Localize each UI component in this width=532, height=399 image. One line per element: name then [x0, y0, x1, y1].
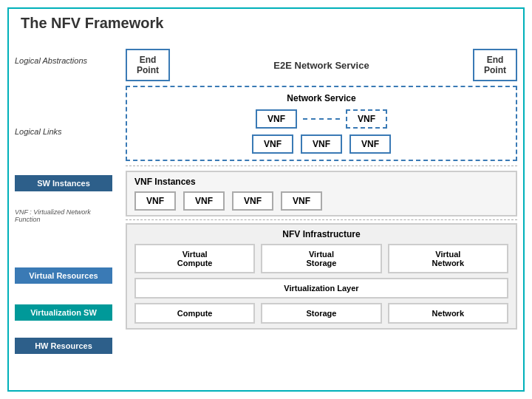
virtual-network: VirtualNetwork: [388, 244, 508, 273]
layout-area: Logical Abstractions Logical Links SW In…: [9, 46, 523, 390]
virtual-storage: VirtualStorage: [261, 244, 381, 273]
vnf-box-2: VNF: [346, 109, 387, 129]
network-service-box: Network Service VNF VNF VNF VNF VNF: [126, 86, 517, 161]
vnf-inst-1: VNF: [134, 191, 176, 211]
page-title: The NFV Framework: [21, 15, 163, 32]
vnf-box-5: VNF: [349, 134, 391, 154]
e2e-label: E2E Network Service: [170, 60, 473, 71]
endpoint-left: End Point: [126, 49, 170, 81]
vnf-inst-4: VNF: [281, 191, 322, 211]
vnf-inst-2: VNF: [183, 191, 225, 211]
left-sidebar: Logical Abstractions Logical Links SW In…: [15, 46, 118, 390]
hw-row: Compute Storage Network: [134, 303, 508, 324]
vnf-inst-3: VNF: [232, 191, 273, 211]
hw-storage: Storage: [261, 303, 381, 324]
separator-1: [126, 166, 517, 166]
nfv-infra-section: NFV Infrastructure VirtualCompute Virtua…: [126, 223, 517, 330]
logical-abstractions-label: Logical Abstractions: [15, 56, 112, 65]
vnf-instances-label: VNF Instances: [134, 177, 508, 187]
vnf-instances-section: VNF Instances VNF VNF VNF VNF: [126, 171, 517, 216]
vnf-note: VNF : Virtualized Network Function: [15, 208, 91, 223]
nfv-infra-label: NFV Infrastructure: [134, 229, 508, 239]
top-row: End Point E2E Network Service End Point: [126, 49, 517, 81]
virtual-compute: VirtualCompute: [134, 244, 255, 273]
vnf-row-1: VNF VNF: [134, 109, 508, 129]
virtualization-sw-button[interactable]: Virtualization SW: [15, 304, 112, 321]
vnf-box-1: VNF: [256, 109, 297, 129]
endpoint-right: End Point: [473, 49, 517, 81]
separator-2: [126, 219, 517, 220]
virtual-resources-button[interactable]: Virtual Resources: [15, 267, 112, 284]
hw-network: Network: [388, 303, 508, 324]
virtual-row: VirtualCompute VirtualStorage VirtualNet…: [134, 244, 508, 273]
vnf-box-3: VNF: [252, 134, 293, 154]
hw-resources-button[interactable]: HW Resources: [15, 338, 112, 354]
right-content: End Point E2E Network Service End Point …: [120, 46, 523, 390]
virtualization-layer-bar: Virtualization Layer: [134, 278, 508, 299]
hw-compute: Compute: [134, 303, 255, 324]
vnf-row-2: VNF VNF VNF: [134, 134, 508, 154]
vnf-box-4: VNF: [301, 134, 342, 154]
logical-links-label: Logical Links: [15, 127, 112, 136]
network-service-label: Network Service: [134, 93, 508, 103]
sw-instances-button[interactable]: SW Instances: [15, 175, 112, 191]
main-frame: The NFV Framework Logical Abstractions L…: [7, 7, 525, 392]
dashed-connector-1: [303, 118, 340, 120]
vnf-instances-row: VNF VNF VNF VNF: [134, 191, 508, 211]
